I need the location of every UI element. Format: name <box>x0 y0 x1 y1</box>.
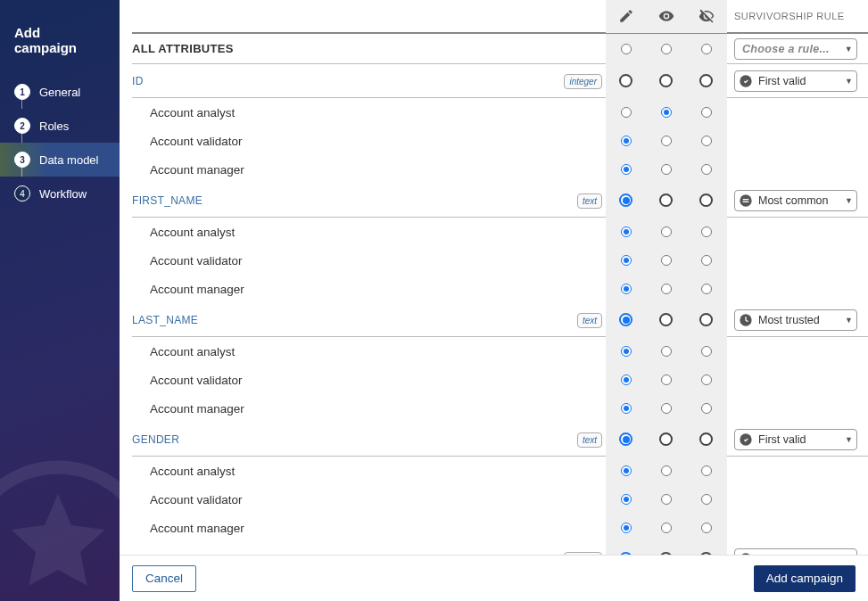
role-0-2-radio-hidden[interactable] <box>701 164 712 175</box>
attr-id-radio-edit[interactable] <box>619 74 632 87</box>
role-row: Account validator <box>132 246 868 275</box>
role-name: Account validator <box>132 493 561 506</box>
chevron-down-icon: ▼ <box>845 435 853 444</box>
attr-last_name-radio-edit[interactable] <box>619 313 632 326</box>
attr-id-radio-hidden[interactable] <box>699 74 713 87</box>
step-general[interactable]: 1General <box>0 75 120 109</box>
rule-select-last_name[interactable]: Most trusted ▼ <box>734 309 857 331</box>
role-1-0-radio-hidden[interactable] <box>701 226 712 237</box>
attr-gender-radio-edit[interactable] <box>619 432 632 446</box>
attr-first_name-radio-view[interactable] <box>659 193 673 207</box>
role-0-2-radio-view[interactable] <box>661 164 672 175</box>
step-label: Data model <box>39 153 98 167</box>
step-label: Roles <box>39 119 69 133</box>
step-data-model[interactable]: 3Data model <box>0 143 120 177</box>
role-3-1-radio-view[interactable] <box>661 494 672 505</box>
role-row: Account analyst <box>132 218 868 246</box>
role-row: Account manager <box>132 155 868 184</box>
attr-age-radio-view[interactable] <box>659 552 673 555</box>
role-name: Account manager <box>132 163 561 177</box>
attr-first_name-radio-hidden[interactable] <box>699 193 713 207</box>
role-1-2-radio-edit[interactable] <box>621 284 632 294</box>
step-number: 2 <box>14 118 30 134</box>
attribute-name: ID <box>132 75 561 87</box>
role-1-2-radio-hidden[interactable] <box>701 284 712 294</box>
role-1-2-radio-view[interactable] <box>661 284 672 294</box>
svg-point-0 <box>0 467 120 601</box>
role-row: Account analyst <box>132 457 868 485</box>
chevron-down-icon: ▼ <box>845 316 853 325</box>
role-row: Account validator <box>132 485 868 514</box>
attr-last_name-radio-view[interactable] <box>659 313 673 326</box>
role-2-0-radio-edit[interactable] <box>621 346 632 357</box>
svg-point-7 <box>740 553 751 555</box>
rule-select-age[interactable]: First valid ▼ <box>734 548 857 556</box>
svg-point-6 <box>740 433 751 445</box>
all-attributes-radio-view[interactable] <box>661 44 672 54</box>
role-name: Account manager <box>132 283 561 296</box>
role-0-0-radio-edit[interactable] <box>621 107 632 118</box>
background-badge-icon <box>0 449 120 601</box>
role-3-0-radio-edit[interactable] <box>621 465 632 476</box>
role-3-1-radio-hidden[interactable] <box>701 494 712 505</box>
rule-select-gender[interactable]: First valid ▼ <box>734 429 857 450</box>
role-3-2-radio-edit[interactable] <box>621 523 632 533</box>
all-attributes-rule-select[interactable]: Choose a rule... ▼ <box>734 38 857 60</box>
survivorship-header: SURVIVORSHIP RULE <box>727 11 868 21</box>
role-1-1-radio-view[interactable] <box>661 255 672 266</box>
role-2-0-radio-hidden[interactable] <box>701 346 712 357</box>
role-2-1-radio-view[interactable] <box>661 375 672 385</box>
role-0-0-radio-hidden[interactable] <box>701 107 712 118</box>
check-badge-icon <box>739 74 753 88</box>
role-1-1-radio-edit[interactable] <box>621 255 632 266</box>
role-row: Account manager <box>132 394 868 423</box>
role-1-0-radio-edit[interactable] <box>621 226 632 237</box>
attr-first_name-radio-edit[interactable] <box>619 193 632 207</box>
svg-rect-4 <box>743 201 749 202</box>
role-2-2-radio-hidden[interactable] <box>701 403 712 414</box>
role-3-2-radio-view[interactable] <box>661 523 672 533</box>
role-3-0-radio-hidden[interactable] <box>701 465 712 476</box>
rule-label: Most trusted <box>758 314 820 326</box>
role-name: Account analyst <box>132 226 561 239</box>
role-2-2-radio-view[interactable] <box>661 403 672 414</box>
attr-last_name-radio-hidden[interactable] <box>699 313 713 326</box>
add-campaign-button[interactable]: Add campaign <box>754 565 856 592</box>
step-number: 3 <box>14 152 30 168</box>
type-badge: text <box>577 313 602 328</box>
step-workflow[interactable]: 4Workflow <box>0 177 120 210</box>
attribute-name: AGE <box>132 553 561 556</box>
role-2-2-radio-edit[interactable] <box>621 403 632 414</box>
attr-age-radio-edit[interactable] <box>619 552 632 555</box>
role-3-0-radio-view[interactable] <box>661 465 672 476</box>
role-2-1-radio-hidden[interactable] <box>701 375 712 385</box>
role-0-1-radio-view[interactable] <box>661 136 672 146</box>
all-attributes-radio-hidden[interactable] <box>701 44 712 54</box>
role-3-2-radio-hidden[interactable] <box>701 523 712 533</box>
role-0-0-radio-view[interactable] <box>661 107 672 118</box>
attr-id-radio-view[interactable] <box>659 74 673 87</box>
attr-gender-radio-hidden[interactable] <box>699 432 713 446</box>
role-name: Account analyst <box>132 465 561 478</box>
rule-select-first_name[interactable]: Most common ▼ <box>734 190 857 211</box>
role-0-2-radio-edit[interactable] <box>621 164 632 175</box>
rule-select-id[interactable]: First valid ▼ <box>734 70 857 92</box>
role-3-1-radio-edit[interactable] <box>621 494 632 505</box>
cancel-button[interactable]: Cancel <box>132 565 196 592</box>
attribute-header-gender: GENDER text First valid ▼ <box>132 423 868 457</box>
role-2-1-radio-edit[interactable] <box>621 375 632 385</box>
step-roles[interactable]: 2Roles <box>0 109 120 143</box>
equals-badge-icon <box>739 193 753 208</box>
all-attributes-radio-edit[interactable] <box>621 44 632 54</box>
role-1-0-radio-view[interactable] <box>661 226 672 237</box>
attr-age-radio-hidden[interactable] <box>699 552 713 555</box>
chevron-down-icon: ▼ <box>845 77 853 86</box>
role-2-0-radio-view[interactable] <box>661 346 672 357</box>
type-badge: text <box>577 432 602 448</box>
attr-gender-radio-view[interactable] <box>659 432 673 446</box>
clock-badge-icon <box>739 313 753 327</box>
role-0-1-radio-edit[interactable] <box>621 136 632 146</box>
role-0-1-radio-hidden[interactable] <box>701 136 712 146</box>
role-1-1-radio-hidden[interactable] <box>701 255 712 266</box>
sidebar-title: Add campaign <box>0 25 120 75</box>
